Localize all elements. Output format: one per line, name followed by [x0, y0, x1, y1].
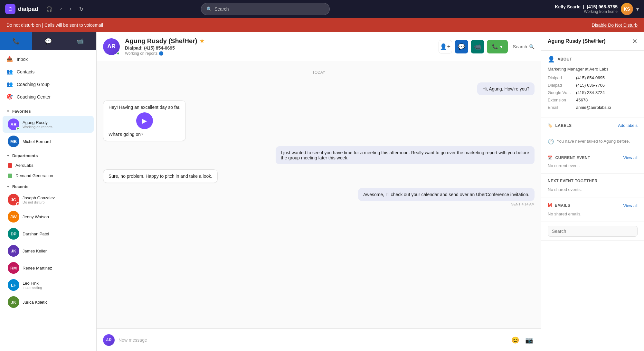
contact-name: Joseph Gonzalez — [23, 195, 89, 200]
about-section: 👤 ABOUT Marketing Manager at Aero Labs D… — [541, 51, 644, 118]
dept-color-dot — [8, 163, 12, 168]
chat-contact-name: Agung Rusdy (She/Her) ★ — [125, 37, 433, 45]
chat-contact-avatar: AR — [103, 38, 120, 55]
contact-info: Leo Fink In a meeting — [23, 281, 89, 289]
online-indicator — [16, 127, 19, 130]
view-all-events-button[interactable]: View all — [623, 155, 638, 160]
add-person-button[interactable]: 👤+ — [439, 40, 452, 53]
current-event-title: 📅 CURRENT EVENT — [548, 156, 590, 160]
emoji-button[interactable]: 😊 — [510, 335, 521, 345]
contact-name: Darshan Patel — [23, 232, 89, 236]
back-button[interactable]: ‹ — [58, 5, 64, 13]
star-icon[interactable]: ★ — [200, 38, 204, 44]
headset-button[interactable]: 🎧 — [43, 5, 55, 14]
info-row-extension: Extension 45678 — [548, 98, 638, 102]
add-labels-button[interactable]: Add labels — [618, 123, 638, 128]
departments-header[interactable]: ▼ Departments — [0, 150, 96, 160]
info-label: Dialpad — [548, 83, 573, 88]
message-bubble: I just wanted to see if you have time fo… — [276, 146, 535, 164]
recent-joseph-gonzalez[interactable]: JG Joseph Gonzalez Do not disturb — [3, 191, 94, 208]
contact-name: James Keller — [23, 249, 89, 253]
audio-player: ▶ — [109, 110, 180, 132]
online-indicator — [117, 52, 120, 55]
phone-tab-button[interactable]: 📞 — [0, 32, 32, 50]
info-label: Email — [548, 105, 573, 110]
dropdown-icon[interactable]: ▾ — [636, 6, 639, 12]
recents-header[interactable]: ▼ Recents — [0, 181, 96, 191]
logo-icon: ⬡ — [5, 4, 15, 14]
messages-tab-button[interactable]: 💬 — [32, 32, 64, 50]
info-row-google-voice: Google Vo... (415) 234-3724 — [548, 90, 638, 95]
contact-info: Michel Bernard — [23, 139, 89, 144]
recent-jenny-watson[interactable]: JW Jenny Watson — [3, 208, 94, 225]
avatar: MB — [8, 136, 19, 147]
recent-leo-fink[interactable]: LF Leo Fink In a meeting — [3, 277, 94, 293]
avatar: JW — [8, 211, 19, 223]
contact-sub: In a meeting — [23, 286, 89, 289]
avatar[interactable]: KS — [621, 3, 633, 15]
user-details: Kelly Searle | (415) 968-8785 Working fr… — [555, 4, 618, 14]
no-shared-emails: No shared emails. — [548, 212, 638, 216]
search-chat[interactable]: Search 🔍 — [513, 44, 535, 49]
coaching-group-nav-item[interactable]: 👥 Coaching Group — [0, 78, 96, 90]
refresh-button[interactable]: ↻ — [77, 5, 86, 14]
favorites-header[interactable]: ▼ Favorites — [0, 106, 96, 116]
contact-info: Darshan Patel — [23, 232, 89, 236]
message-text: Hey! Having an excellent day so far. — [109, 105, 180, 110]
message-input[interactable] — [118, 337, 506, 343]
coaching-center-nav-item[interactable]: 🎯 Coaching Center — [0, 90, 96, 103]
labels-title: 🏷️ LABELS — [548, 123, 572, 128]
message-timestamp: SENT 4:14 AM — [358, 202, 535, 206]
sidebar-nav: 📥 Inbox 👥 Contacts 👥 Coaching Group 🎯 Co… — [0, 50, 96, 106]
close-panel-button[interactable]: ✕ — [632, 37, 638, 45]
contact-sub: Working on reports — [23, 125, 89, 129]
favorite-agung-rusdy[interactable]: AR Agung Rusdy Working on reports — [3, 116, 94, 133]
chat-button[interactable]: 💬 — [455, 40, 468, 53]
sidebar-section: ▼ Favorites AR Agung Rusdy Working on re… — [0, 106, 96, 351]
video-tab-button[interactable]: 📹 — [64, 32, 96, 50]
recent-jurica-koletic[interactable]: JK Jurica Koletić — [3, 294, 94, 310]
message-input-area: AR 😊 📷 — [97, 328, 541, 351]
dnd-banner: Do not disturb on | Calls will be sent t… — [0, 18, 644, 32]
disable-dnd-link[interactable]: Disable Do Not Disturb — [592, 23, 638, 28]
dept-demand-generation[interactable]: Demand Generation — [3, 171, 94, 181]
dnd-indicator — [16, 202, 19, 205]
attachment-button[interactable]: 📷 — [524, 335, 535, 345]
messages-container: TODAY Hi, Agung. How're you? Hey! Having… — [97, 61, 541, 328]
recent-renee-martinez[interactable]: RM Renee Martinez — [3, 260, 94, 276]
info-value: annie@aerolabs.io — [576, 105, 611, 110]
video-call-button[interactable]: 📹 — [471, 40, 484, 53]
forward-button[interactable]: › — [67, 5, 74, 13]
calendar-icon: 📅 — [548, 156, 553, 160]
info-row-dialpad2: Dialpad (415) 636-7706 — [548, 83, 638, 88]
call-icon: 📞 — [492, 44, 498, 50]
contacts-nav-item[interactable]: 👥 Contacts — [0, 65, 96, 78]
play-button[interactable]: ▶ — [136, 112, 153, 129]
view-all-emails-button[interactable]: View all — [623, 203, 638, 208]
recent-james-keller[interactable]: JK James Keller — [3, 242, 94, 259]
right-panel-search — [541, 222, 644, 241]
favorites-chevron: ▼ — [6, 109, 10, 113]
contact-name: Jurica Koletić — [23, 300, 89, 305]
emails-header: M EMAILS View all — [548, 203, 638, 208]
dept-aerolabs[interactable]: AeroLabs — [3, 160, 94, 170]
emails-section: M EMAILS View all No shared emails. — [541, 197, 644, 222]
contact-name: Agung Rusdy — [23, 120, 89, 125]
date-separator: TODAY — [103, 70, 535, 75]
info-label: Dialpad — [548, 75, 573, 80]
favorite-michel-bernard[interactable]: MB Michel Bernard — [3, 133, 94, 150]
coaching-group-icon: 👥 — [6, 81, 13, 87]
recent-darshan-patel[interactable]: DP Darshan Patel — [3, 225, 94, 242]
avatar: AR — [8, 119, 19, 130]
message-item: I just wanted to see if you have time fo… — [276, 146, 535, 164]
contact-info: James Keller — [23, 249, 89, 253]
departments-label: Departments — [12, 153, 38, 158]
inbox-nav-item[interactable]: 📥 Inbox — [0, 53, 96, 65]
favorites-label: Favorites — [12, 109, 31, 114]
right-panel-header: Agung Rusdy (She/Her) ✕ — [541, 32, 644, 51]
right-panel-search-input[interactable] — [548, 226, 638, 237]
global-search-bar[interactable]: 🔍 Search — [201, 3, 330, 15]
call-button[interactable]: 📞 ▾ — [487, 40, 508, 53]
contact-name: Renee Martinez — [23, 266, 89, 270]
coaching-center-icon: 🎯 — [6, 94, 13, 100]
